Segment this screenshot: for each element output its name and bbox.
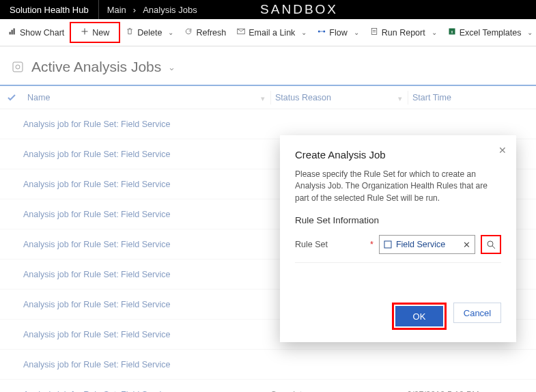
svg-rect-0 <box>10 32 11 35</box>
breadcrumb-root[interactable]: Main <box>107 5 126 15</box>
ok-button[interactable]: OK <box>395 306 443 326</box>
breadcrumb: Main › Analysis Jobs <box>99 5 206 15</box>
chevron-right-icon: › <box>133 5 136 15</box>
breadcrumb-current[interactable]: Analysis Jobs <box>143 5 197 15</box>
dialog-description: Please specify the Rule Set for which to… <box>295 169 501 204</box>
svg-rect-13 <box>384 241 391 248</box>
chevron-down-icon[interactable]: ⌄ <box>527 29 533 36</box>
flow-icon <box>318 27 326 38</box>
svg-rect-1 <box>12 30 13 35</box>
svg-point-5 <box>324 31 326 33</box>
create-analysis-dialog: ✕ Create Analysis Job Please specify the… <box>280 135 516 342</box>
chevron-down-icon[interactable]: ⌄ <box>168 29 173 36</box>
chevron-down-icon[interactable]: ⌄ <box>301 29 307 36</box>
search-icon <box>486 240 496 249</box>
required-asterisk: * <box>370 240 373 249</box>
email-link-button[interactable]: Email a Link ⌄ <box>231 23 312 42</box>
excel-icon: x <box>448 27 456 38</box>
refresh-icon <box>184 27 193 38</box>
flow-button[interactable]: Flow ⌄ <box>312 23 364 42</box>
close-icon[interactable]: ✕ <box>498 145 507 156</box>
entity-icon <box>384 240 392 249</box>
show-chart-button[interactable]: Show Chart <box>3 23 70 42</box>
report-icon <box>370 27 378 38</box>
top-nav: Solution Health Hub Main › Analysis Jobs… <box>0 0 536 19</box>
mail-icon <box>237 27 245 38</box>
ruleset-field: Rule Set * Field Service ✕ <box>295 235 501 263</box>
lookup-value: Field Service <box>396 240 445 249</box>
svg-point-14 <box>488 241 493 247</box>
svg-point-4 <box>318 31 320 33</box>
svg-rect-6 <box>371 29 377 35</box>
run-report-button[interactable]: Run Report ⌄ <box>365 23 442 42</box>
refresh-button[interactable]: Refresh <box>179 23 231 42</box>
plus-icon <box>81 27 89 38</box>
app-name[interactable]: Solution Health Hub <box>0 0 99 19</box>
ok-highlight: OK <box>392 303 447 330</box>
delete-button[interactable]: Delete ⌄ <box>120 23 179 42</box>
environment-label: SANDBOX <box>260 2 338 17</box>
new-button[interactable]: New <box>70 22 120 43</box>
svg-rect-2 <box>14 29 15 35</box>
command-bar: Show Chart New Delete ⌄ Refresh Email a … <box>0 19 536 46</box>
trash-icon <box>126 27 134 38</box>
ruleset-lookup[interactable]: Field Service ✕ <box>379 235 475 254</box>
dialog-title: Create Analysis Job <box>295 149 501 160</box>
chevron-down-icon[interactable]: ⌄ <box>354 29 359 36</box>
cancel-button[interactable]: Cancel <box>453 303 501 323</box>
chart-icon <box>8 27 16 38</box>
excel-templates-button[interactable]: x Excel Templates ⌄ <box>442 23 536 42</box>
chevron-down-icon[interactable]: ⌄ <box>432 29 437 36</box>
dialog-section: Rule Set Information <box>295 215 501 225</box>
lookup-search-button[interactable] <box>481 235 501 254</box>
ruleset-label: Rule Set <box>295 240 370 249</box>
clear-icon[interactable]: ✕ <box>463 240 470 250</box>
